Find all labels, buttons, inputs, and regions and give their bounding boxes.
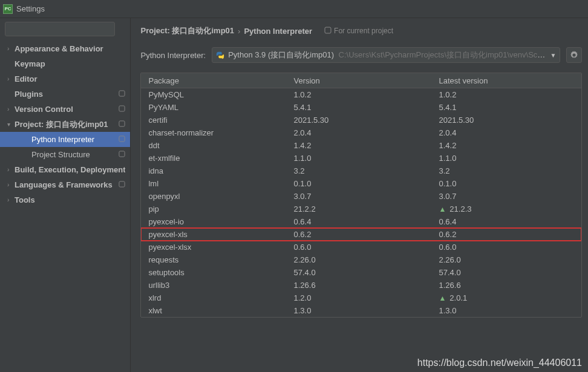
sidebar-item-build-execution-deployment[interactable]: ›Build, Execution, Deployment — [0, 162, 130, 177]
package-name: openpyxl — [141, 192, 286, 201]
search-input[interactable] — [5, 22, 115, 36]
package-version: 0.6.4 — [286, 217, 431, 226]
gear-icon — [570, 51, 578, 59]
table-row[interactable]: requests2.26.02.26.0 — [141, 253, 581, 266]
sidebar-item-label: Appearance & Behavior — [15, 44, 125, 53]
package-name: pip — [141, 204, 286, 214]
chevron-right-icon: › — [7, 197, 15, 203]
package-version: 0.6.2 — [286, 230, 431, 239]
sidebar-item-appearance-behavior[interactable]: ›Appearance & Behavior — [0, 41, 130, 56]
table-row[interactable]: xlwt1.3.01.3.0 — [141, 304, 581, 317]
package-latest: 0.1.0 — [431, 179, 581, 188]
table-row[interactable]: setuptools57.4.057.4.0 — [141, 266, 581, 279]
package-latest: ▲21.2.3 — [431, 204, 581, 214]
table-row[interactable]: pyexcel-io0.6.40.6.4 — [141, 215, 581, 228]
table-row[interactable]: xlrd1.2.0▲2.0.1 — [141, 292, 581, 304]
settings-tree: ›Appearance & BehaviorKeymap›EditorPlugi… — [0, 41, 130, 207]
sidebar-item-editor[interactable]: ›Editor — [0, 71, 130, 86]
sidebar-item-plugins[interactable]: Plugins — [0, 86, 130, 102]
header-package[interactable]: Package — [141, 76, 286, 85]
package-version: 1.3.0 — [286, 306, 431, 315]
table-row[interactable]: idna3.23.2 — [141, 165, 581, 177]
table-row[interactable]: pyexcel-xlsx0.6.00.6.0 — [141, 241, 581, 253]
table-row[interactable]: pyexcel-xls0.6.20.6.2 — [141, 228, 581, 241]
table-row[interactable]: urllib31.26.61.26.6 — [141, 279, 581, 292]
sidebar-item-keymap[interactable]: Keymap — [0, 56, 130, 71]
table-row[interactable]: certifi2021.5.302021.5.30 — [141, 114, 581, 126]
svg-rect-3 — [119, 106, 125, 111]
table-header-row: Package Version Latest version — [141, 73, 581, 88]
interpreter-path: C:\Users\Kst\PycharmProjects\接口自动化imp01\… — [339, 50, 547, 59]
package-version: 1.1.0 — [286, 154, 431, 163]
breadcrumb: Project: 接口自动化imp01 › Python Interpreter — [140, 25, 312, 36]
sidebar-item-label: Editor — [15, 74, 125, 83]
scope-icon — [119, 90, 125, 98]
sidebar-item-project-imp01[interactable]: ▾Project: 接口自动化imp01 — [0, 117, 130, 132]
package-latest: 2.0.4 — [431, 128, 581, 137]
package-name: idna — [141, 166, 286, 175]
sidebar-item-label: Keymap — [15, 59, 125, 68]
sidebar-item-languages-frameworks[interactable]: ›Languages & Frameworks — [0, 177, 130, 192]
package-version: 1.0.2 — [286, 90, 431, 99]
interpreter-label: Python Interpreter: — [140, 51, 206, 60]
package-version: 1.26.6 — [286, 281, 431, 290]
chevron-down-icon: ▾ — [7, 121, 15, 128]
package-name: PyMySQL — [141, 90, 286, 99]
package-latest: 1.4.2 — [431, 141, 581, 150]
breadcrumb-current: Python Interpreter — [244, 27, 312, 36]
header-version[interactable]: Version — [286, 76, 431, 85]
breadcrumb-parent: Project: 接口自动化imp01 — [140, 25, 234, 36]
package-version: 2021.5.30 — [286, 116, 431, 125]
packages-table: Package Version Latest version PyMySQL1.… — [140, 73, 582, 318]
package-latest: 1.1.0 — [431, 154, 581, 163]
sidebar-item-python-interpreter[interactable]: Python Interpreter — [0, 132, 130, 147]
content-pane: Project: 接口自动化imp01 › Python Interpreter… — [131, 18, 588, 372]
svg-rect-4 — [119, 121, 125, 126]
package-latest: 3.0.7 — [431, 192, 581, 201]
sidebar-item-project-structure[interactable]: Project Structure — [0, 147, 130, 162]
package-latest: 2.26.0 — [431, 255, 581, 264]
package-version: 57.4.0 — [286, 268, 431, 277]
sidebar-item-label: Languages & Frameworks — [15, 180, 116, 189]
interpreter-settings-button[interactable] — [566, 47, 582, 63]
package-version: 2.0.4 — [286, 128, 431, 137]
package-latest: 1.3.0 — [431, 306, 581, 315]
watermark-text: https://blog.csdn.net/weixin_44406011 — [417, 357, 582, 368]
svg-rect-7 — [119, 181, 125, 187]
table-row[interactable]: PyMySQL1.0.21.0.2 — [141, 88, 581, 101]
upgrade-available-icon: ▲ — [439, 294, 446, 302]
svg-rect-8 — [325, 27, 331, 33]
chevron-right-icon: › — [7, 45, 15, 52]
table-row[interactable]: charset-normalizer2.0.42.0.4 — [141, 126, 581, 139]
titlebar: PC Settings — [0, 0, 588, 18]
sidebar-item-tools[interactable]: ›Tools — [0, 192, 130, 207]
table-row[interactable]: PyYAML5.4.15.4.1 — [141, 101, 581, 114]
sidebar-item-version-control[interactable]: ›Version Control — [0, 102, 130, 117]
package-latest: 5.4.1 — [431, 103, 581, 112]
package-version: 1.4.2 — [286, 141, 431, 150]
package-name: certifi — [141, 116, 286, 125]
header-latest[interactable]: Latest version — [431, 76, 581, 85]
upgrade-available-icon: ▲ — [439, 205, 446, 214]
scope-icon — [119, 135, 125, 143]
python-icon — [216, 51, 224, 59]
package-latest: 57.4.0 — [431, 268, 581, 277]
package-latest: 1.26.6 — [431, 281, 581, 290]
scope-icon — [119, 120, 125, 128]
package-name: urllib3 — [141, 281, 286, 290]
table-row[interactable]: lml0.1.00.1.0 — [141, 177, 581, 190]
package-name: charset-normalizer — [141, 128, 286, 137]
interpreter-name: Python 3.9 (接口自动化imp01) — [228, 50, 334, 59]
chevron-right-icon: › — [7, 166, 15, 173]
app-icon: PC — [3, 4, 13, 14]
table-row[interactable]: pip21.2.2▲21.2.3 — [141, 203, 581, 215]
package-version: 0.1.0 — [286, 179, 431, 188]
settings-sidebar: ›Appearance & BehaviorKeymap›EditorPlugi… — [0, 18, 131, 372]
package-latest: 0.6.2 — [431, 230, 581, 239]
package-version: 1.2.0 — [286, 293, 431, 302]
package-version: 2.26.0 — [286, 255, 431, 264]
table-row[interactable]: openpyxl3.0.73.0.7 — [141, 190, 581, 203]
interpreter-dropdown[interactable]: Python 3.9 (接口自动化imp01) C:\Users\Kst\Pyc… — [212, 47, 560, 63]
table-row[interactable]: et-xmlfile1.1.01.1.0 — [141, 152, 581, 165]
table-row[interactable]: ddt1.4.21.4.2 — [141, 139, 581, 152]
